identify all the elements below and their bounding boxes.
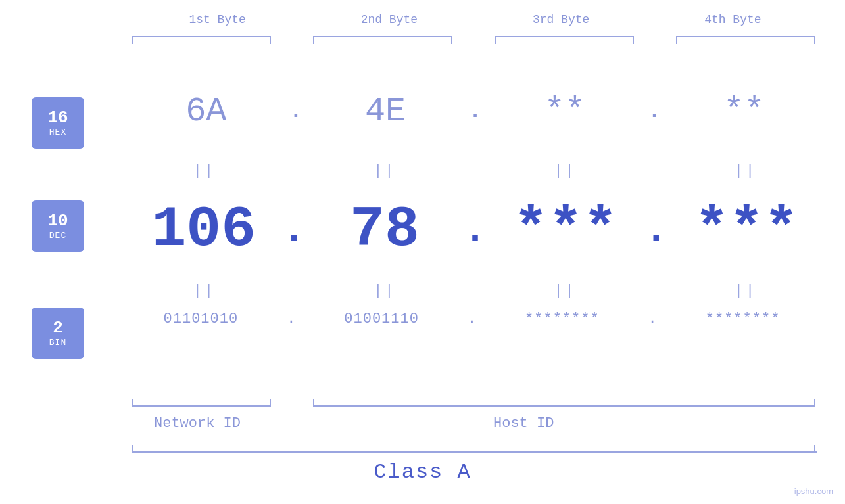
dec-dot1: . xyxy=(282,208,306,252)
network-id-label: Network ID xyxy=(154,415,241,432)
watermark: ipshu.com xyxy=(794,486,833,496)
equals-row-2: || || || || xyxy=(132,283,819,299)
hex-dot3: . xyxy=(648,99,661,124)
bracket-top-3 xyxy=(495,36,633,37)
tick-4r xyxy=(814,36,815,44)
bin-badge-number: 2 xyxy=(53,319,63,338)
hex-byte3: ** xyxy=(499,92,631,131)
bin-row: 01101010 . 01001110 . ******** . *******… xyxy=(125,311,819,327)
bracket-top-4 xyxy=(676,36,814,37)
bracket-top-1 xyxy=(132,36,270,37)
bracket-top-2 xyxy=(313,36,451,37)
net-tick-r xyxy=(270,399,271,407)
eq1-b1: || xyxy=(139,163,270,179)
dec-dot2: . xyxy=(463,208,487,252)
tick-2r xyxy=(451,36,452,44)
main-container: 1st Byte 2nd Byte 3rd Byte 4th Byte 16 H… xyxy=(0,0,845,504)
bin-byte4: ******** xyxy=(677,311,809,327)
hex-byte1: 6A xyxy=(140,92,272,131)
bin-badge: 2 BIN xyxy=(32,308,84,359)
bin-dot1: . xyxy=(287,311,295,327)
class-tick-l xyxy=(132,445,133,453)
tick-2l xyxy=(313,36,314,44)
eq2-b3: || xyxy=(500,283,631,299)
equals-row-1: || || || || xyxy=(132,163,819,179)
hex-byte2: 4E xyxy=(320,92,451,131)
dec-badge-label: DEC xyxy=(49,231,66,241)
bin-byte2: 01001110 xyxy=(316,311,447,327)
hex-row: 6A . 4E . ** . ** xyxy=(132,92,819,131)
eq2-b1: || xyxy=(139,283,270,299)
host-id-label: Host ID xyxy=(493,415,554,432)
class-label: Class A xyxy=(374,460,471,484)
net-tick-l xyxy=(132,399,133,407)
hex-byte4: ** xyxy=(679,92,810,131)
bin-byte1: 01101010 xyxy=(135,311,266,327)
eq2-b4: || xyxy=(680,283,811,299)
hex-badge-label: HEX xyxy=(49,127,66,137)
column-headers: 1st Byte 2nd Byte 3rd Byte 4th Byte xyxy=(132,13,819,26)
bin-byte3: ******** xyxy=(496,311,628,327)
bin-dot3: . xyxy=(648,311,657,327)
class-bracket xyxy=(132,451,817,453)
dec-byte3: *** xyxy=(500,197,631,262)
dec-dot3: . xyxy=(644,208,668,252)
dec-byte2: 78 xyxy=(319,197,450,262)
tick-1r xyxy=(270,36,271,44)
tick-4l xyxy=(676,36,677,44)
dec-byte4: *** xyxy=(681,197,812,262)
hex-badge-number: 16 xyxy=(47,108,68,127)
col-header-1: 1st Byte xyxy=(139,13,297,26)
eq1-b4: || xyxy=(680,163,811,179)
bin-dot2: . xyxy=(468,311,476,327)
host-tick-l xyxy=(313,399,314,407)
eq2-b2: || xyxy=(319,283,450,299)
tick-1l xyxy=(132,36,133,44)
hex-dot2: . xyxy=(469,99,481,124)
col-header-3: 3rd Byte xyxy=(482,13,640,26)
eq1-b3: || xyxy=(500,163,631,179)
dec-byte1: 106 xyxy=(138,197,270,262)
tick-3r xyxy=(633,36,634,44)
col-header-4: 4th Byte xyxy=(654,13,811,26)
dec-badge: 10 DEC xyxy=(32,200,84,252)
tick-3l xyxy=(495,36,496,44)
network-bracket xyxy=(132,405,270,407)
hex-badge: 16 HEX xyxy=(32,97,84,149)
bin-badge-label: BIN xyxy=(49,338,66,348)
dec-badge-number: 10 xyxy=(47,212,68,231)
col-header-2: 2nd Byte xyxy=(310,13,468,26)
eq1-b2: || xyxy=(319,163,450,179)
host-tick-r xyxy=(814,399,815,407)
hex-dot1: . xyxy=(289,99,302,124)
dec-row: 106 . 78 . *** . *** xyxy=(132,197,819,262)
class-tick-r xyxy=(814,445,815,453)
host-bracket xyxy=(313,405,814,407)
